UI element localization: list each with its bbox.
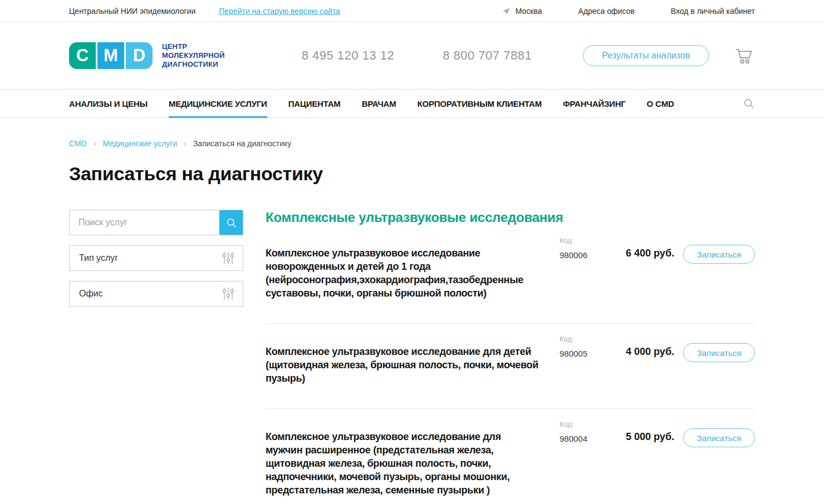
nav-item-patients[interactable]: ПАЦИЕНТАМ [288, 90, 341, 117]
logo-letter-d: D [126, 42, 153, 69]
city-selector[interactable]: Москва [502, 7, 542, 16]
service-title: Комплексное ультразвуковое исследование … [266, 430, 551, 497]
service-search-button[interactable] [219, 210, 243, 235]
logo-tagline: ЦЕНТР МОЛЕКУЛЯРНОЙ ДИАГНОСТИКИ [162, 42, 225, 69]
code-label: Код: [560, 236, 610, 245]
nav-item-about[interactable]: О CMD [647, 90, 674, 117]
service-price: 4 000 руб. [619, 346, 674, 358]
breadcrumb-separator: › [184, 139, 187, 148]
phone-tollfree[interactable]: 8 800 707 7881 [443, 48, 532, 63]
cmd-logo[interactable]: C M D ЦЕНТР МОЛЕКУЛЯРНОЙ ДИАГНОСТИКИ [69, 42, 225, 69]
nav-item-corporate[interactable]: КОРПОРАТИВНЫМ КЛИЕНТАМ [418, 90, 542, 117]
service-search-box [69, 210, 243, 235]
city-label: Москва [516, 7, 542, 16]
service-code: Код: 980004 [560, 420, 610, 443]
cart-icon[interactable] [734, 46, 755, 66]
code-label: Код: [560, 420, 610, 428]
sliders-icon [222, 251, 235, 265]
page-title: Записаться на диагностику [69, 163, 755, 185]
filters-sidebar: Тип услуг Офис [69, 210, 243, 504]
section-title: Комплексные ультразвуковые исследования [266, 210, 755, 225]
filter-office-label: Офис [79, 289, 103, 299]
service-price: 6 400 руб. [619, 248, 674, 259]
main-nav: АНАЛИЗЫ И ЦЕНЫ МЕДИЦИНСКИЕ УСЛУГИ ПАЦИЕН… [0, 89, 824, 118]
services-list: Комплексные ультразвуковые исследования … [266, 210, 755, 504]
breadcrumb-current: Записаться на диагностику [193, 139, 292, 148]
code-value: 980006 [560, 250, 610, 260]
filter-service-type[interactable]: Тип услуг [69, 245, 243, 271]
book-button[interactable]: Записаться [683, 245, 755, 264]
location-arrow-icon [502, 7, 511, 16]
nav-item-analyses-prices[interactable]: АНАЛИЗЫ И ЦЕНЫ [69, 90, 148, 117]
service-row: Комплексное ультразвуковое исследование … [266, 323, 755, 408]
cmd-logo-blocks: C M D [69, 42, 153, 69]
nav-item-franchising[interactable]: ФРАНЧАЙЗИНГ [563, 90, 626, 117]
search-icon[interactable] [743, 90, 755, 117]
service-title: Комплексное ультразвуковое исследование … [266, 246, 551, 300]
office-addresses-link[interactable]: Адреса офисов [578, 7, 635, 16]
service-search-input[interactable] [70, 210, 219, 235]
sliders-icon [222, 286, 235, 301]
service-code: Код: 980006 [560, 236, 610, 260]
header: C M D ЦЕНТР МОЛЕКУЛЯРНОЙ ДИАГНОСТИКИ 8 4… [0, 22, 824, 89]
login-link[interactable]: Вход в личный кабинет [671, 7, 755, 16]
logo-letter-m: M [97, 42, 124, 69]
nav-item-medical-services[interactable]: МЕДИЦИНСКИЕ УСЛУГИ [169, 90, 267, 117]
service-title: Комплексное ультразвуковое исследование … [266, 345, 551, 385]
results-button[interactable]: Результаты анализов [583, 45, 709, 66]
book-button[interactable]: Записаться [683, 343, 755, 362]
code-value: 980004 [560, 434, 610, 443]
service-price: 5 000 руб. [619, 431, 674, 443]
nav-item-doctors[interactable]: ВРАЧАМ [362, 90, 396, 117]
breadcrumb-home[interactable]: CMD [69, 139, 87, 148]
old-site-version-link[interactable]: Перейти на старую версию сайта [219, 7, 340, 16]
code-value: 980005 [560, 349, 610, 358]
filter-service-type-label: Тип услуг [79, 253, 118, 263]
service-row: Комплексное ультразвуковое исследование … [266, 225, 755, 323]
breadcrumb-separator: › [94, 139, 96, 148]
service-code: Код: 980005 [560, 335, 610, 358]
book-button[interactable]: Записаться [683, 428, 755, 447]
service-row: Комплексное ультразвуковое исследование … [266, 408, 755, 504]
search-icon [225, 217, 237, 229]
breadcrumb-medical-services[interactable]: Медицинские услуги [103, 139, 177, 148]
topbar: Центральный НИИ эпидемиологии Перейти на… [0, 0, 824, 22]
filter-office[interactable]: Офис [69, 281, 243, 307]
logo-letter-c: C [69, 42, 96, 69]
code-label: Код: [560, 335, 610, 343]
organization-name: Центральный НИИ эпидемиологии [69, 7, 195, 16]
phone-moscow[interactable]: 8 495 120 13 12 [302, 48, 395, 63]
breadcrumb: CMD › Медицинские услуги › Записаться на… [69, 139, 755, 148]
